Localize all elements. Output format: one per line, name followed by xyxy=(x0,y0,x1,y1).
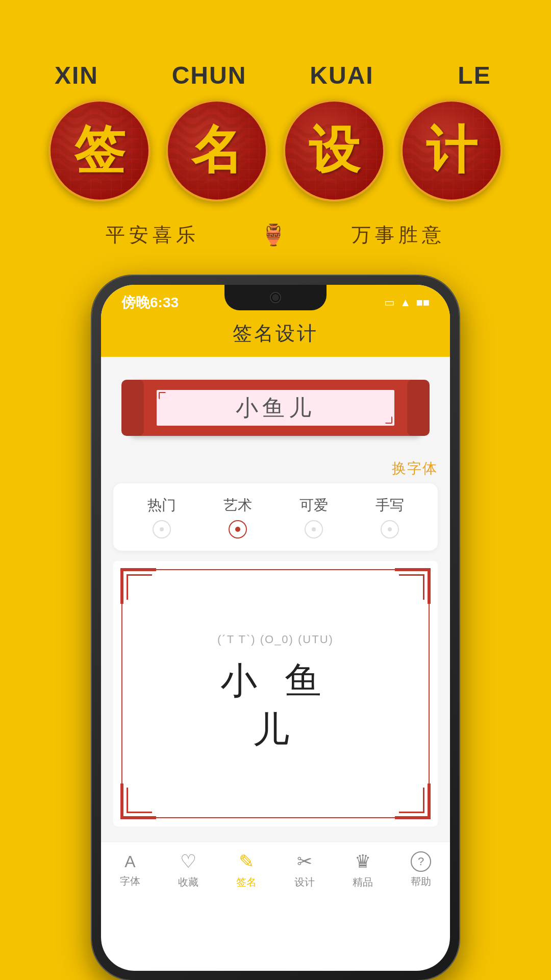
font-switch-button[interactable]: 换字体 xyxy=(392,460,438,476)
cat-dot-art xyxy=(235,527,240,532)
pinyin-chun: CHUN xyxy=(163,61,255,89)
scroll-banner: 小鱼儿 xyxy=(113,367,438,449)
subtitle-left: 平安喜乐 xyxy=(106,222,199,248)
corner-tr-inner xyxy=(399,574,424,600)
cat-indicator-cute xyxy=(305,520,323,538)
phone-notch xyxy=(224,285,327,310)
nav-label-sign: 签名 xyxy=(236,875,257,889)
preview-emoticons: (´T T`) (O_0) (UTU) xyxy=(194,633,357,646)
pinyin-row: XIN CHUN KUAI LE xyxy=(31,61,520,89)
nav-item-help[interactable]: ? 帮助 xyxy=(411,851,431,889)
circles-row: 签 名 xyxy=(48,100,503,202)
cat-label-art: 艺术 xyxy=(223,496,252,515)
app-title: 签名设计 xyxy=(101,321,450,347)
app-content: 小鱼儿 换字体 热门 xyxy=(101,357,450,842)
nav-item-collect[interactable]: ♡ 收藏 xyxy=(178,851,198,889)
cat-label-cute: 可爱 xyxy=(299,496,328,515)
cat-tab-cute[interactable]: 可爱 xyxy=(289,492,338,543)
char-circle-she: 设 xyxy=(283,100,385,202)
char-qian: 签 xyxy=(74,116,125,185)
cat-indicator-art xyxy=(229,520,247,538)
preview-area: (´T T`) (O_0) (UTU) 小 鱼 儿 xyxy=(113,561,438,826)
scroll-knob-right xyxy=(407,380,430,436)
preview-content: (´T T`) (O_0) (UTU) 小 鱼 儿 xyxy=(194,633,357,754)
nav-label-design: 设计 xyxy=(294,875,315,889)
status-icons: ▭ ▲ ■■ xyxy=(384,296,430,309)
nav-label-premium: 精品 xyxy=(353,875,373,889)
scroll-inner: 小鱼儿 xyxy=(156,389,395,427)
wifi-icon: ▲ xyxy=(400,296,411,309)
nav-icon-sign: ✎ xyxy=(239,851,254,872)
subtitle-icon: 🏺 xyxy=(261,223,290,247)
pinyin-kuai: KUAI xyxy=(296,61,388,89)
char-circle-qian: 签 xyxy=(48,100,151,202)
phone-inner: 傍晚6:33 ▭ ▲ ■■ 签名设计 小鱼儿 xyxy=(101,285,450,971)
nav-icon-help: ? xyxy=(411,851,431,872)
pinyin-xin: XIN xyxy=(31,61,122,89)
preview-name: 小 鱼 儿 xyxy=(194,656,357,754)
scroll-name-text: 小鱼儿 xyxy=(236,393,315,423)
char-ming: 名 xyxy=(191,116,242,185)
font-switch-row: 换字体 xyxy=(113,459,438,478)
nav-label-collect: 收藏 xyxy=(178,875,198,889)
pinyin-le: LE xyxy=(429,61,520,89)
status-time: 傍晚6:33 xyxy=(121,293,179,312)
app-header: 签名设计 xyxy=(101,315,450,357)
top-section: XIN CHUN KUAI LE xyxy=(0,0,551,248)
nav-icon-premium: ♛ xyxy=(355,851,371,872)
nav-item-premium[interactable]: ♛ 精品 xyxy=(353,851,373,889)
battery-icon: ▭ xyxy=(384,296,395,309)
nav-label-help: 帮助 xyxy=(411,875,431,889)
nav-item-design[interactable]: ✂ 设计 xyxy=(294,851,315,889)
char-circle-ji: 计 xyxy=(400,100,503,202)
corner-br-inner xyxy=(399,788,424,813)
nav-icon-font: A xyxy=(124,852,135,871)
subtitle-row: 平安喜乐 🏺 万事胜意 xyxy=(106,222,445,248)
cat-label-hot: 热门 xyxy=(147,496,176,515)
subtitle-right: 万事胜意 xyxy=(352,222,445,248)
cat-label-handwrite: 手写 xyxy=(375,496,404,515)
phone-camera xyxy=(270,292,281,303)
nav-label-font: 字体 xyxy=(120,874,140,888)
nav-icon-collect: ♡ xyxy=(180,851,196,872)
cat-tab-hot[interactable]: 热门 xyxy=(137,492,186,543)
nav-icon-design: ✂ xyxy=(297,851,312,872)
nav-item-font[interactable]: A 字体 xyxy=(120,852,140,888)
scroll-knob-left xyxy=(121,380,144,436)
cat-tab-handwrite[interactable]: 手写 xyxy=(365,492,414,543)
corner-bl-inner xyxy=(127,788,152,813)
char-ji: 计 xyxy=(426,116,477,185)
bottom-nav: A 字体 ♡ 收藏 ✎ 签名 ✂ 设计 ♛ 精品 xyxy=(101,842,450,903)
corner-tl-inner xyxy=(127,574,152,600)
cat-indicator-handwrite xyxy=(381,520,399,538)
char-circle-ming: 名 xyxy=(166,100,268,202)
signal-icon: ■■ xyxy=(416,296,430,309)
nav-item-sign[interactable]: ✎ 签名 xyxy=(236,851,257,889)
char-she: 设 xyxy=(309,116,360,185)
cat-tab-art[interactable]: 艺术 xyxy=(213,492,262,543)
category-tabs: 热门 艺术 可爱 xyxy=(113,483,438,551)
phone-outer: 傍晚6:33 ▭ ▲ ■■ 签名设计 小鱼儿 xyxy=(92,276,459,980)
cat-indicator-hot xyxy=(153,520,171,538)
phone-mockup: 傍晚6:33 ▭ ▲ ■■ 签名设计 小鱼儿 xyxy=(92,276,459,980)
scroll-body: 小鱼儿 xyxy=(130,380,421,436)
